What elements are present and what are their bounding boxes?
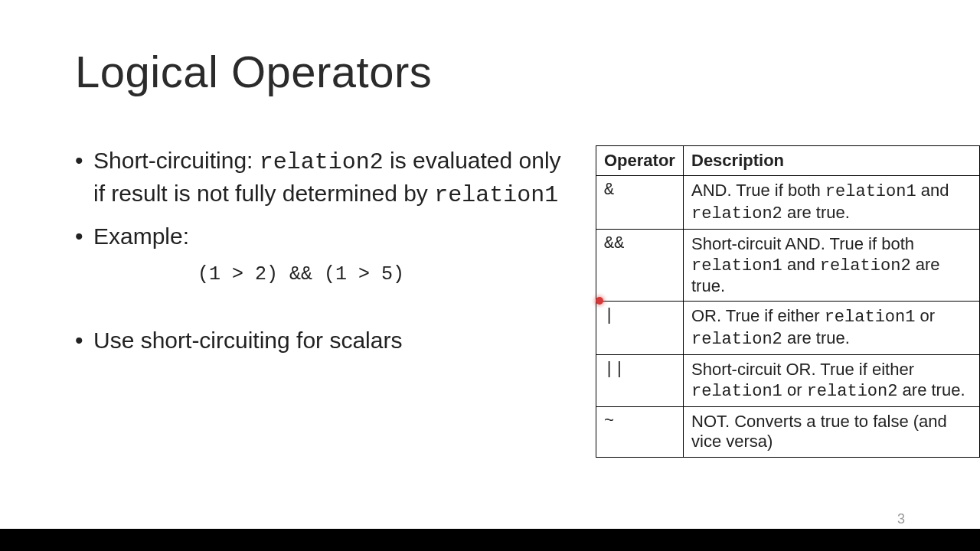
table-row: || Short-circuit OR. True if either rela… (596, 355, 980, 407)
desc-cell: Short-circuit OR. True if either relatio… (684, 355, 980, 407)
code-text: relation2 (260, 149, 384, 175)
desc-cell: AND. True if both relation1 and relation… (684, 176, 980, 230)
op-cell: & (596, 176, 684, 230)
desc-cell: Short-circuit AND. True if both relation… (684, 230, 980, 302)
code-text: relation1 (434, 182, 558, 208)
bullet-use-scalars: Use short-circuiting for scalars (75, 325, 565, 357)
bullet-short-circuiting: Short-circuiting: relation2 is evaluated… (75, 145, 565, 210)
bullet-list: Use short-circuiting for scalars (75, 325, 565, 357)
table-row: ~ NOT. Converts a true to false (and vic… (596, 406, 980, 457)
bullet-example-label: Example: (75, 221, 565, 253)
header-description: Description (684, 146, 980, 176)
op-cell: && (596, 230, 684, 302)
slide: Logical Operators Short-circuiting: rela… (0, 0, 980, 529)
table-row: | OR. True if either relation1 or relati… (596, 302, 980, 355)
text: Use short-circuiting for scalars (93, 328, 402, 353)
desc-cell: OR. True if either relation1 or relation… (684, 302, 980, 355)
operator-table: Operator Description & AND. True if both… (596, 145, 980, 458)
op-cell: | (596, 302, 684, 355)
table-header-row: Operator Description (596, 146, 980, 176)
table-row: && Short-circuit AND. True if both relat… (596, 230, 980, 302)
text: Short-circuiting: (93, 148, 260, 173)
laser-pointer-icon (596, 297, 603, 305)
operator-table-wrap: Operator Description & AND. True if both… (596, 145, 980, 458)
desc-cell: NOT. Converts a true to false (and vice … (684, 406, 980, 457)
table-row: & AND. True if both relation1 and relati… (596, 176, 980, 230)
slide-title: Logical Operators (75, 46, 432, 97)
example-code: (1 > 2) && (1 > 5) (198, 263, 565, 285)
page-number: 3 (897, 511, 905, 527)
op-cell: || (596, 355, 684, 407)
header-operator: Operator (596, 146, 684, 176)
bullet-list: Short-circuiting: relation2 is evaluated… (75, 145, 565, 253)
op-cell: ~ (596, 406, 684, 457)
text: Example: (93, 223, 189, 249)
slide-body: Short-circuiting: relation2 is evaluated… (75, 145, 565, 367)
